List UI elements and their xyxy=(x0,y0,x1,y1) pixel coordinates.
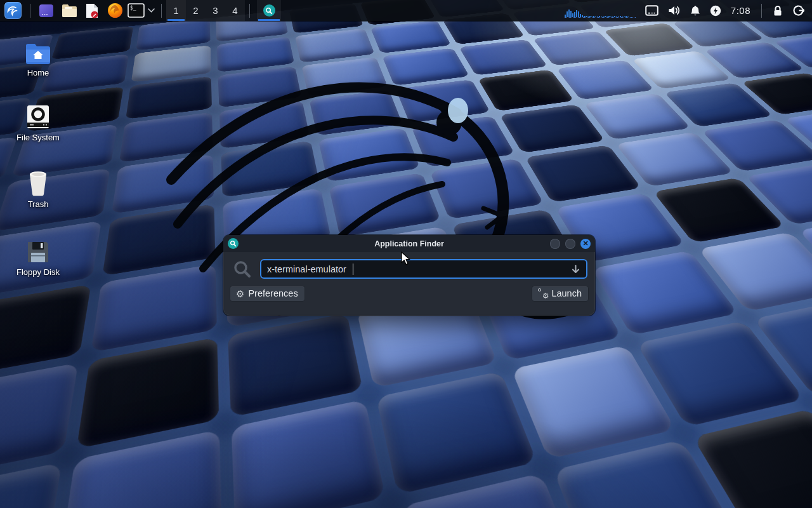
search-icon xyxy=(233,260,252,279)
cpu-bar xyxy=(620,16,621,17)
search-input[interactable]: x-terminal-emulator xyxy=(260,259,587,279)
wallpaper-cube xyxy=(126,76,212,119)
launch-button-label: Launch xyxy=(551,288,582,298)
wallpaper-cube xyxy=(318,128,420,182)
action-row: ⚙ Preferences ⚙ Launch xyxy=(223,279,595,302)
cpu-bar xyxy=(586,16,587,17)
display-icon[interactable] xyxy=(645,5,658,16)
wallpaper-cube xyxy=(310,90,402,136)
desktop-icon-label: Floppy Disk xyxy=(13,267,63,277)
cpu-bar xyxy=(614,16,615,17)
maximize-button[interactable] xyxy=(565,239,575,249)
file-manager-icon xyxy=(62,4,77,18)
top-panel: $_ 1 2 3 4 xyxy=(0,0,812,21)
wallpaper-cube xyxy=(131,45,211,83)
wallpaper-cube xyxy=(370,20,451,53)
cpu-bar xyxy=(601,17,602,17)
launcher-text-editor[interactable] xyxy=(81,0,103,21)
wallpaper-cube xyxy=(0,462,62,508)
floppy-disk-icon xyxy=(13,235,63,264)
desktop-icon-trash[interactable]: Trash xyxy=(13,167,63,209)
firefox-icon xyxy=(107,3,123,18)
search-input-value: x-terminal-emulator xyxy=(267,264,346,274)
window-title: Application Finder xyxy=(223,239,595,248)
volume-icon[interactable] xyxy=(668,5,681,16)
text-caret xyxy=(353,264,354,275)
wallpaper-cube xyxy=(395,79,490,123)
clock[interactable]: 7:08 xyxy=(731,5,750,16)
search-row: x-terminal-emulator xyxy=(223,252,595,279)
wallpaper-cube xyxy=(231,399,385,508)
workspace-label: 2 xyxy=(193,5,198,16)
wallpaper-cube xyxy=(217,37,295,72)
cpu-bar xyxy=(627,17,629,17)
wallpaper-cube xyxy=(499,104,605,153)
preferences-button-label: Preferences xyxy=(248,288,298,298)
launch-icon: ⚙ xyxy=(538,289,547,298)
wallpaper-cube xyxy=(91,264,217,352)
window-titlebar[interactable]: Application Finder ✕ xyxy=(223,235,595,252)
window-icon-appfinder xyxy=(228,238,239,249)
wallpaper-cube xyxy=(221,141,320,197)
kali-menu-icon xyxy=(4,2,22,19)
wallpaper-cube xyxy=(136,18,211,50)
cpu-bar xyxy=(589,16,591,17)
wallpaper-cube xyxy=(329,173,440,237)
logout-icon[interactable] xyxy=(792,4,804,17)
cpu-bar xyxy=(578,11,579,17)
cpu-bar xyxy=(597,17,598,17)
cpu-graph[interactable] xyxy=(565,8,636,18)
wallpaper-cube xyxy=(111,154,214,214)
wallpaper-cube xyxy=(429,159,544,220)
wallpaper-cube xyxy=(76,337,219,449)
workspace-button-4[interactable]: 4 xyxy=(225,0,245,21)
text-editor-icon xyxy=(85,3,99,18)
preferences-button[interactable]: ⚙ Preferences xyxy=(230,286,305,302)
cpu-bar xyxy=(622,17,623,17)
active-task-underline xyxy=(258,19,280,21)
file-system-drive-icon xyxy=(13,100,63,130)
wallpaper-cube xyxy=(376,371,537,495)
wallpaper-cube xyxy=(119,112,213,163)
launcher-firefox[interactable] xyxy=(103,0,126,21)
desktop-icon-label: Home xyxy=(13,68,63,77)
launch-button[interactable]: ⚙ Launch xyxy=(532,286,589,302)
desktop-icon-file-system[interactable]: File System xyxy=(13,100,63,142)
cpu-bar xyxy=(566,11,568,17)
wallpaper-cube xyxy=(478,69,574,111)
cpu-bar xyxy=(570,11,572,17)
launcher-app-purple[interactable] xyxy=(35,0,58,21)
desktop-icon-label: File System xyxy=(13,133,63,142)
close-button[interactable]: ✕ xyxy=(580,239,591,249)
workspace-button-2[interactable]: 2 xyxy=(186,0,206,21)
power-manager-icon[interactable] xyxy=(710,5,721,17)
cpu-bar xyxy=(618,17,619,17)
minimize-button[interactable] xyxy=(550,239,560,249)
workspace-label: 3 xyxy=(213,5,218,16)
notifications-bell-icon[interactable] xyxy=(690,5,700,17)
gear-icon: ⚙ xyxy=(236,289,244,298)
panel-separator xyxy=(761,4,762,18)
launcher-terminal[interactable]: $_ xyxy=(126,0,145,21)
cpu-bar xyxy=(572,13,573,17)
taskbar-button-application-finder[interactable] xyxy=(257,0,281,21)
wallpaper-cube xyxy=(0,284,91,379)
terminal-dropdown-button[interactable] xyxy=(145,0,157,21)
wallpaper-cube xyxy=(219,101,310,149)
workspace-button-3[interactable]: 3 xyxy=(206,0,225,21)
wallpaper-cube xyxy=(411,116,515,167)
applications-menu-button[interactable] xyxy=(0,0,25,21)
desktop-icon-home[interactable]: Home xyxy=(13,36,63,77)
cpu-bar xyxy=(568,10,570,17)
wallpaper-cube xyxy=(301,57,387,97)
history-dropdown-arrow-icon[interactable] xyxy=(571,264,580,274)
launcher-file-manager[interactable] xyxy=(58,0,81,21)
cpu-bar xyxy=(565,15,566,17)
wallpaper-cube xyxy=(102,204,215,276)
wallpaper-cube xyxy=(295,29,374,63)
lock-screen-icon[interactable] xyxy=(773,5,783,17)
desktop-icon-floppy-disk[interactable]: Floppy Disk xyxy=(13,235,63,277)
workspace-button-1[interactable]: 1 xyxy=(166,0,186,21)
wallpaper-cube xyxy=(0,363,78,483)
workspace-label: 4 xyxy=(232,5,237,16)
